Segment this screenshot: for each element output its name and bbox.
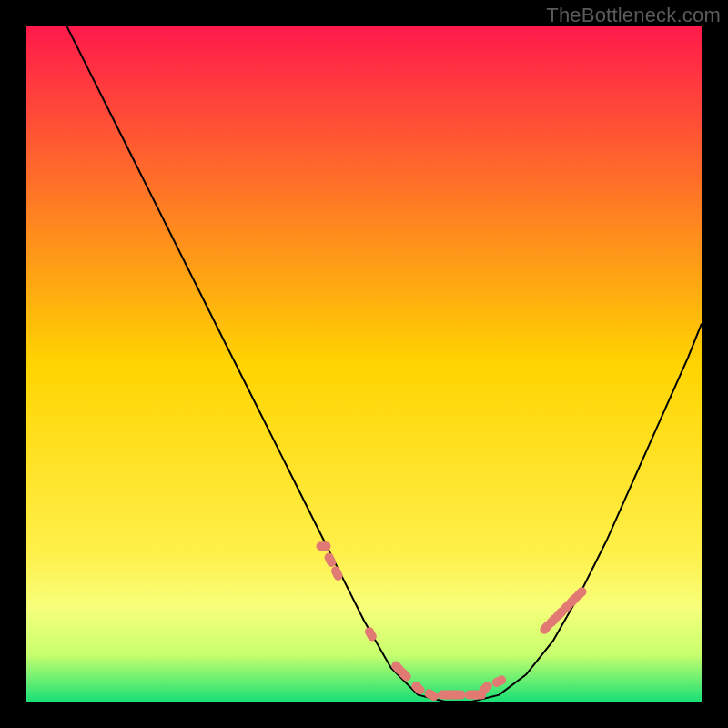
- bottleneck-chart: [26, 26, 702, 702]
- marker-point: [317, 541, 331, 551]
- gradient-background: [26, 26, 702, 702]
- watermark-text: TheBottleneck.com: [546, 4, 721, 27]
- marker-point: [451, 691, 466, 700]
- chart-frame: TheBottleneck.com: [0, 0, 728, 728]
